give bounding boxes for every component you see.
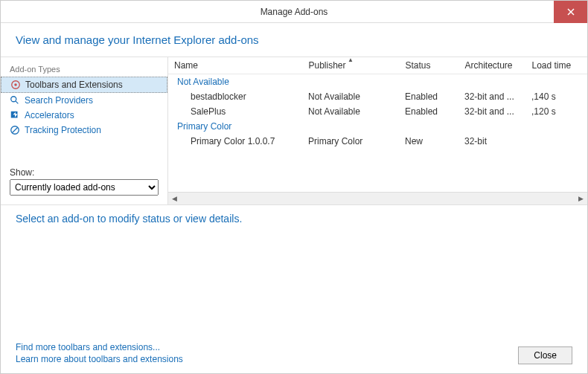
addon-table: Name Publisher▲ Status Architecture Load… [168,57,587,149]
sidebar-item-tracking-protection[interactable]: Tracking Protection [1,123,167,138]
show-dropdown[interactable]: Currently loaded add-ons [10,179,159,196]
col-name[interactable]: Name [168,57,302,74]
show-section: Show: Currently loaded add-ons [1,167,167,200]
sidebar-item-label: Toolbars and Extensions [25,80,123,90]
svg-point-2 [11,97,16,102]
titlebar: Manage Add-ons [1,1,587,23]
find-more-link[interactable]: Find more toolbars and extensions... [16,342,183,352]
sidebar-item-label: Search Providers [25,95,93,106]
learn-more-link[interactable]: Learn more about toolbars and extensions [16,354,183,364]
sidebar: Add-on Types Toolbars and Extensions Sea… [1,57,168,204]
table-row[interactable]: SalePlusNot AvailableEnabled32-bit and .… [168,104,587,119]
close-window-button[interactable] [554,1,587,23]
sidebar-item-label: Accelerators [25,110,74,120]
group-header[interactable]: Primary Color [168,119,587,134]
sidebar-item-toolbars-extensions[interactable]: Toolbars and Extensions [1,77,167,93]
main-panel: Name Publisher▲ Status Architecture Load… [168,57,587,204]
addon-table-wrap: Name Publisher▲ Status Architecture Load… [168,57,587,192]
details-prompt: Select an add-on to modify status or vie… [16,213,572,225]
col-publisher[interactable]: Publisher▲ [302,57,399,74]
col-loadtime[interactable]: Load time [525,57,587,74]
group-header[interactable]: Not Available [168,74,587,90]
sidebar-item-search-providers[interactable]: Search Providers [1,93,167,108]
horizontal-scrollbar[interactable]: ◀ ▶ [168,192,587,204]
window-title: Manage Add-ons [261,7,328,17]
table-row[interactable]: bestadblockerNot AvailableEnabled32-bit … [168,89,587,104]
page-header: View and manage your Internet Explorer a… [1,23,587,57]
show-label: Show: [10,167,159,178]
scroll-right-icon[interactable]: ▶ [575,193,587,205]
sort-asc-icon: ▲ [348,57,354,63]
close-button[interactable]: Close [518,346,572,364]
search-icon [10,95,20,106]
col-status[interactable]: Status [399,57,458,74]
svg-line-3 [16,101,19,104]
table-row[interactable]: Primary Color 1.0.0.7Primary ColorNew32-… [168,134,587,149]
addon-types-label: Add-on Types [1,62,167,77]
col-architecture[interactable]: Architecture [458,57,525,74]
sidebar-item-label: Tracking Protection [25,125,101,135]
svg-point-1 [14,83,17,86]
tracking-protection-icon [10,125,20,135]
svg-line-6 [13,128,18,133]
toolbars-icon [10,80,21,90]
accelerators-icon [10,110,20,120]
details-panel: Select an add-on to modify status or vie… [1,205,587,336]
scroll-left-icon[interactable]: ◀ [168,193,181,205]
footer: Find more toolbars and extensions... Lea… [1,336,587,373]
sidebar-item-accelerators[interactable]: Accelerators [1,108,167,123]
footer-links: Find more toolbars and extensions... Lea… [16,342,183,364]
close-icon [567,8,575,16]
content-area: Add-on Types Toolbars and Extensions Sea… [1,57,587,205]
